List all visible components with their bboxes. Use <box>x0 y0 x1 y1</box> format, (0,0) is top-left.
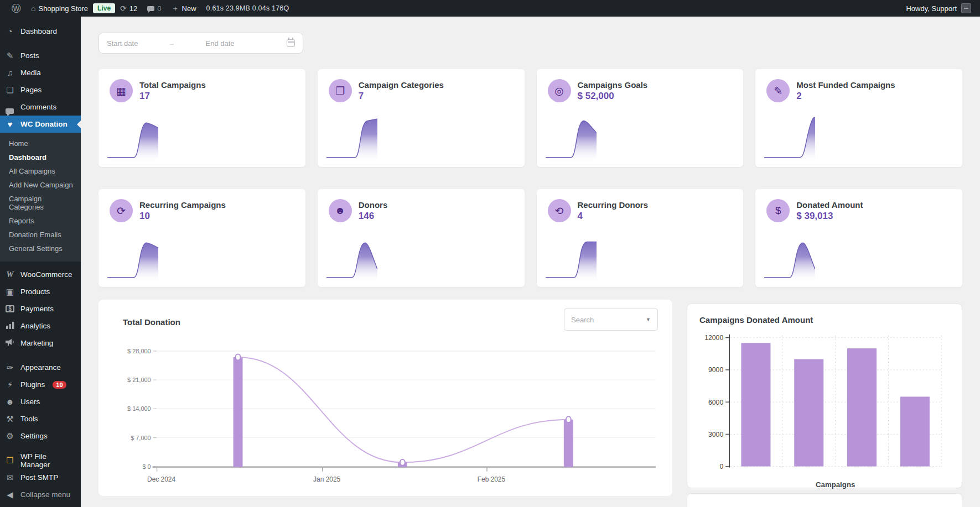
grid-icon: ▦ <box>110 79 133 102</box>
sidebar-item-plugins[interactable]: ⚡Plugins10 <box>0 376 81 393</box>
updates-link[interactable]: ⟳ 12 <box>115 0 142 17</box>
sidebar-item-wp-file-manager[interactable]: ❒WP File Manager <box>0 452 81 469</box>
donation-point-marker <box>236 354 241 360</box>
svg-text:9000: 9000 <box>708 366 723 374</box>
wordpress-logo-icon[interactable]: Ⓦ <box>7 0 26 17</box>
sidebar-label: Appearance <box>20 363 61 372</box>
stat-card-campaigns-goals: ◎ Campaigns Goals $ 52,000 <box>537 69 744 167</box>
plugins-update-badge: 10 <box>53 381 66 389</box>
query-monitor-stats[interactable]: 0.61s 23.9MB 0.04s 176Q <box>201 4 294 12</box>
media-icon: ♫ <box>4 69 15 77</box>
sidebar-item-posts[interactable]: ✎Posts <box>0 47 81 64</box>
sidebar-label: Collapse menu <box>20 490 70 499</box>
stat-card-title: Most Funded Campaigns <box>796 80 895 90</box>
sidebar-item-products[interactable]: ▣Products <box>0 283 81 300</box>
sidebar-item-settings[interactable]: ⚙Settings <box>0 427 81 445</box>
sidebar-label: Media <box>20 69 41 77</box>
submenu-item-home[interactable]: Home <box>0 137 81 150</box>
donors-icon: ☻ <box>329 199 352 222</box>
date-arrow-icon: → <box>138 39 205 47</box>
sidebar-item-analytics[interactable]: Analytics <box>0 317 81 334</box>
sidebar-item-payments[interactable]: $Payments <box>0 300 81 317</box>
sidebar-item-tools[interactable]: ⚒Tools <box>0 410 81 427</box>
stat-card-title: Donated Amount <box>796 200 863 210</box>
sidebar-label: Payments <box>20 305 54 313</box>
submenu-item-campaign-categories[interactable]: Campaign Categories <box>0 192 81 214</box>
products-icon: ▣ <box>4 288 15 296</box>
submenu-item-add-new-campaign[interactable]: Add New Campaign <box>0 178 81 192</box>
spark-chart <box>764 112 815 163</box>
donation-point-marker <box>400 459 405 466</box>
sidebar-item-post-smtp[interactable]: ✉Post SMTP <box>0 469 81 486</box>
submenu-item-dashboard[interactable]: Dashboard <box>0 150 81 164</box>
target-icon: ◎ <box>548 79 571 102</box>
stat-card-total-campaigns: ▦ Total Campaigns 17 <box>98 69 305 167</box>
stat-card-recurring-donors: ⟲ Recurring Donors 4 <box>537 189 744 287</box>
sidebar-item-users[interactable]: ☻Users <box>0 393 81 410</box>
new-content-button[interactable]: ＋ New <box>167 0 201 17</box>
campaigns-donated-panel: Campaigns Donated Amount 030006000900012… <box>687 304 962 488</box>
site-name-link[interactable]: ⌂ Shopping Store <box>26 0 93 17</box>
comments-link[interactable]: 0 <box>142 0 166 17</box>
stat-card-recurring-campaigns: ⟳ Recurring Campaigns 10 <box>98 189 305 287</box>
calendar-icon[interactable] <box>287 39 295 47</box>
stat-card-title: Recurring Donors <box>578 200 649 210</box>
appearance-icon: ✑ <box>4 363 15 372</box>
svg-text:$ 7,000: $ 7,000 <box>131 435 151 441</box>
sidebar-item-wc-donation[interactable]: ♥WC Donation <box>0 116 81 133</box>
collapse-icon: ◀ <box>4 490 15 499</box>
clipboard-pencil-icon: ✎ <box>766 79 790 102</box>
campaign-search-select[interactable]: Search ▼ <box>564 309 658 331</box>
sidebar-item-appearance[interactable]: ✑Appearance <box>0 359 81 376</box>
sidebar-item-dashboard[interactable]: ◔Dashboard <box>0 23 81 40</box>
analytics-icon <box>4 322 15 330</box>
comments-count: 0 <box>157 4 161 13</box>
start-date-input[interactable]: Start date <box>107 39 138 48</box>
wc-donation-submenu: Home Dashboard All Campaigns Add New Cam… <box>0 133 81 262</box>
donation-bar <box>234 357 243 467</box>
submenu-item-all-campaigns[interactable]: All Campaigns <box>0 164 81 178</box>
donation-amount-icon: $ <box>766 199 790 222</box>
sidebar-item-marketing[interactable]: Marketing <box>0 334 81 352</box>
sidebar-item-comments[interactable]: Comments <box>0 98 81 116</box>
stat-card-title: Recurring Campaigns <box>139 200 226 210</box>
end-date-input[interactable]: End date <box>205 39 287 48</box>
spark-chart <box>546 232 597 283</box>
stat-card-title: Donors <box>359 200 388 210</box>
submenu-item-donation-emails[interactable]: Donation Emails <box>0 228 81 242</box>
sidebar-item-pages[interactable]: ❏Pages <box>0 81 81 98</box>
comment-bubble-icon <box>147 6 154 11</box>
donation-point-marker <box>566 416 571 422</box>
svg-text:$ 28,000: $ 28,000 <box>127 348 151 354</box>
sidebar-label: Pages <box>20 86 42 94</box>
admin-bar: Ⓦ ⌂ Shopping Store Live ⟳ 12 0 ＋ New 0.6… <box>0 0 980 17</box>
campaigns-donated-title: Campaigns Donated Amount <box>699 315 950 325</box>
admin-sidebar: ◔Dashboard ✎Posts ♫Media ❏Pages Comments… <box>0 17 81 507</box>
next-panel-edge <box>687 493 962 507</box>
user-avatar[interactable] <box>961 3 971 13</box>
updates-count: 12 <box>129 4 137 13</box>
live-badge: Live <box>93 3 115 13</box>
stat-card-most-funded: ✎ Most Funded Campaigns 2 <box>755 69 962 167</box>
sidebar-label: WP File Manager <box>20 452 76 469</box>
stat-card-value: 2 <box>796 91 895 102</box>
sidebar-label: Plugins <box>20 380 45 389</box>
folder-icon: ❒ <box>4 456 15 464</box>
heart-icon: ♥ <box>4 120 15 128</box>
svg-text:12000: 12000 <box>704 334 723 342</box>
submenu-item-general-settings[interactable]: General Settings <box>0 242 81 255</box>
donor-repeat-icon: ⟲ <box>548 199 571 222</box>
submenu-item-reports[interactable]: Reports <box>0 214 81 228</box>
howdy-account-link[interactable]: Howdy, Support <box>906 4 957 13</box>
sidebar-item-media[interactable]: ♫Media <box>0 64 81 81</box>
svg-text:Dec 2024: Dec 2024 <box>147 475 175 483</box>
sidebar-item-woocommerce[interactable]: WWooCommerce <box>0 266 81 283</box>
total-donation-chart[interactable]: $ 0$ 7,000$ 14,000$ 21,000$ 28,000Dec 20… <box>113 339 658 503</box>
search-placeholder: Search <box>571 316 594 324</box>
svg-text:0: 0 <box>719 463 723 471</box>
main-content: Start date → End date ▦ Total Campaigns … <box>81 17 980 507</box>
campaigns-donated-chart[interactable]: 030006000900012000Campaigns <box>699 329 950 494</box>
mail-icon: ✉ <box>4 473 15 482</box>
date-range-picker[interactable]: Start date → End date <box>98 33 303 54</box>
collapse-menu-button[interactable]: ◀Collapse menu <box>0 486 81 503</box>
